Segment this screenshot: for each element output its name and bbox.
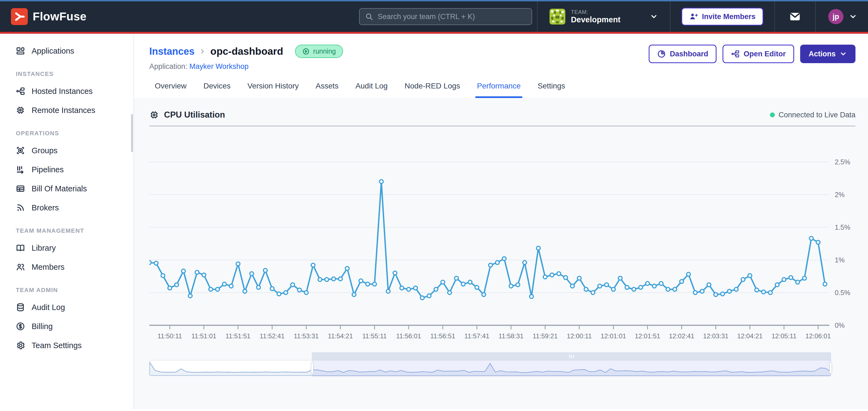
svg-text:12:02:41: 12:02:41 [669, 332, 694, 340]
chart-title-text: CPU Utilisation [164, 110, 225, 120]
groups-icon [16, 146, 25, 155]
sidebar-item-label: Hosted Instances [32, 87, 93, 96]
svg-text:12:05:11: 12:05:11 [772, 332, 797, 340]
svg-text:12:06:01: 12:06:01 [805, 332, 831, 340]
team-selector[interactable]: TEAM: Development [542, 9, 665, 25]
sidebar-item-billing[interactable]: Billing [0, 317, 133, 336]
sidebar-item-remote-instances[interactable]: Remote Instances [0, 101, 133, 120]
team-label: TEAM: [571, 9, 620, 15]
dashboard-button[interactable]: Dashboard [649, 45, 716, 63]
svg-text:12:00:11: 12:00:11 [567, 332, 592, 340]
invite-members-button[interactable]: Invite Members [681, 8, 764, 26]
pie-chart-icon [657, 49, 666, 58]
svg-text:11:56:01: 11:56:01 [396, 332, 421, 340]
application-link[interactable]: Mayker Workshop [189, 62, 248, 70]
actions-button-label: Actions [809, 50, 836, 58]
invite-members-label: Invite Members [702, 12, 755, 21]
live-status: Connected to Live Data [770, 111, 856, 119]
team-name: Development [571, 15, 620, 24]
sidebar-item-label: Pipelines [32, 165, 64, 174]
tab-node-red-logs[interactable]: Node-RED Logs [403, 82, 462, 98]
flowfuse-logo[interactable]: FlowFuse [11, 8, 87, 25]
sidebar-item-hosted-instances[interactable]: Hosted Instances [0, 82, 133, 101]
svg-text:11:51:51: 11:51:51 [225, 332, 251, 340]
cpu-chart-area: 0%0.5%1%1.5%2%2.5%11:50:1111:51:0111:51:… [149, 131, 856, 341]
svg-text:11:50:11: 11:50:11 [157, 332, 182, 340]
main-content: Instances opc-dashboard running Applicat… [134, 34, 868, 409]
database-icon [16, 303, 25, 312]
minimap-right-handle[interactable] [829, 362, 832, 374]
flowfuse-logo-icon [11, 8, 28, 25]
svg-text:1.5%: 1.5% [835, 224, 850, 231]
tab-performance[interactable]: Performance [475, 82, 522, 98]
svg-text:0%: 0% [835, 321, 844, 329]
svg-text:11:56:51: 11:56:51 [430, 332, 455, 340]
sidebar-item-applications[interactable]: Applications [0, 41, 133, 61]
dollar-circle-icon [16, 322, 25, 331]
nav-divider [815, 1, 816, 32]
instance-tabs: Overview Devices Version History Assets … [149, 82, 856, 98]
chevron-down-icon [650, 12, 658, 21]
breadcrumb-instances-link[interactable]: Instances [149, 46, 194, 57]
sidebar-item-bill-of-materials[interactable]: Bill Of Materials [0, 179, 133, 198]
gear-icon [16, 341, 25, 350]
minimap-selection[interactable] [312, 352, 831, 376]
minimap-left-handle[interactable] [311, 362, 314, 374]
actions-button[interactable]: Actions [800, 45, 856, 63]
chart-title: CPU Utilisation [149, 110, 225, 120]
svg-text:11:59:21: 11:59:21 [533, 332, 558, 340]
user-menu[interactable]: jp [820, 9, 860, 24]
tab-settings[interactable]: Settings [536, 82, 567, 98]
status-text: running [313, 47, 336, 55]
table-icon [16, 184, 25, 193]
sidebar-item-library[interactable]: Library [0, 238, 133, 258]
sidebar-item-label: Bill Of Materials [32, 184, 87, 193]
search-input[interactable] [378, 12, 526, 21]
sidebar-item-label: Library [32, 244, 56, 252]
tab-devices[interactable]: Devices [202, 82, 232, 98]
sidebar-item-team-settings[interactable]: Team Settings [0, 336, 133, 355]
cpu-utilisation-chart: 0%0.5%1%1.5%2%2.5%11:50:1111:51:0111:51:… [149, 131, 856, 341]
sidebar-item-pipelines[interactable]: Pipelines [0, 160, 133, 179]
sidebar-scrollbar[interactable] [131, 114, 133, 152]
svg-text:11:52:41: 11:52:41 [260, 332, 285, 340]
tab-assets[interactable]: Assets [314, 82, 340, 98]
svg-text:11:55:11: 11:55:11 [362, 332, 387, 340]
svg-text:12:03:31: 12:03:31 [703, 332, 728, 340]
sidebar-item-label: Audit Log [32, 303, 65, 312]
dashboard-button-label: Dashboard [670, 50, 708, 58]
chip-icon [16, 106, 25, 115]
sidebar-item-groups[interactable]: Groups [0, 141, 133, 160]
chevron-down-icon [839, 50, 847, 58]
sidebar-section-operations: OPERATIONS [0, 126, 133, 141]
tab-audit-log[interactable]: Audit Log [354, 82, 389, 98]
svg-text:2.5%: 2.5% [835, 158, 850, 166]
status-badge: running [295, 45, 343, 58]
node-red-flow-icon [731, 49, 740, 58]
sidebar-item-label: Billing [32, 322, 53, 331]
play-circle-icon [302, 48, 310, 55]
grip-icon [571, 355, 572, 358]
svg-text:12:04:21: 12:04:21 [737, 332, 763, 340]
sidebar-section-instances: INSTANCES [0, 66, 133, 82]
tab-version-history[interactable]: Version History [246, 82, 300, 98]
minimap-drag-bar[interactable] [312, 353, 831, 361]
svg-text:12:01:51: 12:01:51 [635, 332, 660, 340]
chevron-right-icon [199, 48, 206, 55]
sidebar-item-audit-log[interactable]: Audit Log [0, 298, 133, 317]
application-label: Application: [149, 62, 187, 70]
nav-divider [670, 1, 671, 32]
user-plus-icon [689, 12, 698, 21]
notifications-button[interactable] [780, 11, 810, 23]
sidebar-item-label: Members [32, 263, 65, 272]
team-search[interactable] [359, 8, 532, 25]
tab-overview[interactable]: Overview [153, 82, 188, 98]
brand-name: FlowFuse [33, 10, 87, 23]
cpu-icon [149, 110, 159, 120]
open-editor-button[interactable]: Open Editor [722, 45, 794, 63]
grip-icon [569, 355, 570, 358]
sidebar-item-members[interactable]: Members [0, 258, 133, 277]
sidebar-item-brokers[interactable]: Brokers [0, 198, 133, 217]
svg-text:12:01:01: 12:01:01 [601, 332, 626, 340]
sidebar-section-team-management: TEAM MANAGEMENT [0, 223, 133, 238]
